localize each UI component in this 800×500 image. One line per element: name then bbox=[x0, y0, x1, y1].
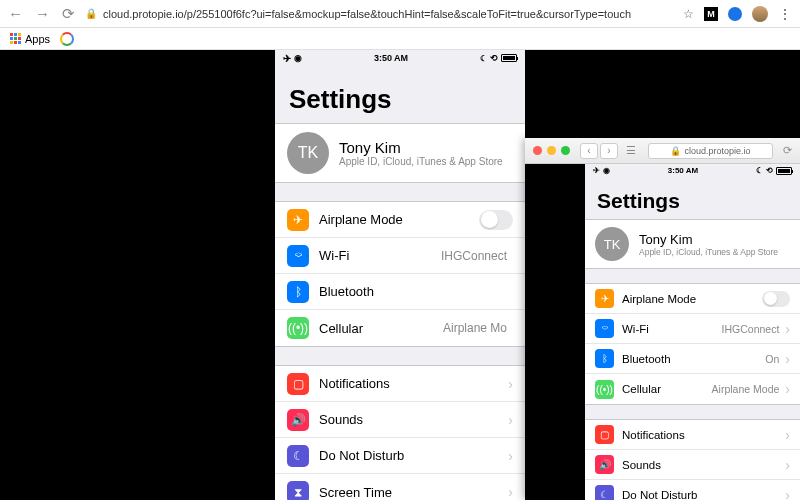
chevron-right-icon: › bbox=[785, 381, 790, 397]
wifi-status-icon: ◉ bbox=[294, 53, 302, 63]
airplane-mode-cell[interactable]: ✈ Airplane Mode bbox=[585, 284, 800, 314]
page-title: Settings bbox=[275, 66, 525, 123]
hourglass-icon: ⧗ bbox=[287, 481, 309, 500]
status-bar: ✈ ◉ 3:50 AM ☾ ⟲ bbox=[275, 50, 525, 66]
chevron-right-icon: › bbox=[508, 484, 513, 500]
sounds-cell[interactable]: 🔊 Sounds › bbox=[585, 450, 800, 480]
airplane-switch[interactable] bbox=[762, 291, 790, 307]
bookmarks-bar: Apps bbox=[0, 28, 800, 50]
sidebar-icon[interactable]: ☰ bbox=[626, 144, 636, 157]
clock: 3:50 AM bbox=[374, 53, 408, 63]
apps-shortcut[interactable]: Apps bbox=[10, 33, 50, 45]
avatar: TK bbox=[595, 227, 629, 261]
wifi-cell[interactable]: ⌔ Wi-Fi IHGConnect › bbox=[585, 314, 800, 344]
wifi-icon: ⌔ bbox=[595, 319, 614, 338]
clock: 3:50 AM bbox=[668, 166, 698, 175]
safari-address-bar[interactable]: 🔒 cloud.protopie.io bbox=[648, 143, 773, 159]
cellular-icon: ((•)) bbox=[595, 380, 614, 399]
apps-grid-icon bbox=[10, 33, 21, 44]
airplane-switch[interactable] bbox=[479, 210, 513, 230]
battery-icon bbox=[776, 167, 792, 175]
profile-name: Tony Kim bbox=[639, 232, 778, 247]
bluetooth-icon: ᛒ bbox=[287, 281, 309, 303]
orientation-lock-icon: ⟲ bbox=[490, 53, 498, 63]
forward-button[interactable]: → bbox=[35, 5, 50, 23]
notifications-icon: ▢ bbox=[595, 425, 614, 444]
avatar: TK bbox=[287, 132, 329, 174]
wifi-cell[interactable]: ⌔ Wi-Fi IHGConnect bbox=[275, 238, 525, 274]
chevron-right-icon: › bbox=[508, 448, 513, 464]
sounds-icon: 🔊 bbox=[595, 455, 614, 474]
phone-letterbox bbox=[525, 164, 585, 500]
airplane-status-icon: ✈ bbox=[593, 166, 600, 175]
back-button[interactable]: ← bbox=[8, 5, 23, 23]
profile-name: Tony Kim bbox=[339, 139, 503, 156]
address-bar[interactable]: 🔒 cloud.protopie.io/p/255100f6fc?ui=fals… bbox=[85, 8, 673, 20]
wifi-status-icon: ◉ bbox=[603, 166, 610, 175]
screentime-cell[interactable]: ⧗ Screen Time › bbox=[275, 474, 525, 500]
airplane-icon: ✈ bbox=[595, 289, 614, 308]
lock-icon: 🔒 bbox=[85, 8, 97, 19]
profile-sub: Apple ID, iCloud, iTunes & App Store bbox=[339, 156, 503, 167]
notifications-cell[interactable]: ▢ Notifications › bbox=[585, 420, 800, 450]
notifications-icon: ▢ bbox=[287, 373, 309, 395]
sounds-icon: 🔊 bbox=[287, 409, 309, 431]
bluetooth-cell[interactable]: ᛒ Bluetooth On › bbox=[585, 344, 800, 374]
status-bar: ✈◉ 3:50 AM ☾⟲ bbox=[585, 164, 800, 177]
safari-forward-button[interactable]: › bbox=[600, 143, 618, 159]
sounds-cell[interactable]: 🔊 Sounds › bbox=[275, 402, 525, 438]
dnd-status-icon: ☾ bbox=[480, 54, 487, 63]
chevron-right-icon: › bbox=[785, 487, 790, 501]
dnd-status-icon: ☾ bbox=[756, 166, 763, 175]
menu-icon[interactable]: ⋮ bbox=[778, 6, 792, 22]
airplane-mode-cell[interactable]: ✈ Airplane Mode bbox=[275, 202, 525, 238]
chevron-right-icon: › bbox=[508, 412, 513, 428]
safari-back-button[interactable]: ‹ bbox=[580, 143, 598, 159]
cellular-icon: ((•)) bbox=[287, 317, 309, 339]
chrome-toolbar: ← → ⟳ 🔒 cloud.protopie.io/p/255100f6fc?u… bbox=[0, 0, 800, 28]
bookmark-star-icon[interactable]: ☆ bbox=[683, 7, 694, 21]
lock-icon: 🔒 bbox=[670, 146, 681, 156]
cellular-cell[interactable]: ((•)) Cellular Airplane Mode › bbox=[585, 374, 800, 404]
profile-sub: Apple ID, iCloud, iTunes & App Store bbox=[639, 247, 778, 257]
moon-icon: ☾ bbox=[287, 445, 309, 467]
chevron-right-icon: › bbox=[785, 351, 790, 367]
chevron-right-icon: › bbox=[785, 457, 790, 473]
window-controls[interactable] bbox=[533, 146, 570, 155]
airplane-icon: ✈ bbox=[287, 209, 309, 231]
chevron-right-icon: › bbox=[785, 427, 790, 443]
profile-cell[interactable]: TK Tony Kim Apple ID, iCloud, iTunes & A… bbox=[585, 220, 800, 268]
notifications-cell[interactable]: ▢ Notifications › bbox=[275, 366, 525, 402]
extension-m-icon[interactable]: M bbox=[704, 7, 718, 21]
bluetooth-cell[interactable]: ᛒ Bluetooth bbox=[275, 274, 525, 310]
safari-window: ‹ › ☰ 🔒 cloud.protopie.io ⟳ ✈◉ 3:50 AM ☾… bbox=[525, 138, 800, 500]
page-title: Settings bbox=[585, 177, 800, 219]
profile-cell[interactable]: TK Tony Kim Apple ID, iCloud, iTunes & A… bbox=[275, 124, 525, 182]
google-icon[interactable] bbox=[60, 32, 74, 46]
dnd-cell[interactable]: ☾ Do Not Disturb › bbox=[275, 438, 525, 474]
chevron-right-icon: › bbox=[508, 376, 513, 392]
reload-button[interactable]: ⟳ bbox=[62, 5, 75, 23]
url-text: cloud.protopie.io/p/255100f6fc?ui=false&… bbox=[103, 8, 631, 20]
page-background: ✈ ◉ 3:50 AM ☾ ⟲ Settings TK Tony Kim App… bbox=[0, 50, 800, 500]
wifi-icon: ⌔ bbox=[287, 245, 309, 267]
profile-avatar[interactable] bbox=[752, 6, 768, 22]
chevron-right-icon: › bbox=[785, 321, 790, 337]
moon-icon: ☾ bbox=[595, 485, 614, 500]
cellular-cell[interactable]: ((•)) Cellular Airplane Mo bbox=[275, 310, 525, 346]
battery-icon bbox=[501, 54, 517, 62]
bluetooth-icon: ᛒ bbox=[595, 349, 614, 368]
phone-preview-small: ✈◉ 3:50 AM ☾⟲ Settings TK Tony Kim Apple… bbox=[585, 164, 800, 500]
orientation-lock-icon: ⟲ bbox=[766, 166, 773, 175]
phone-preview-large: ✈ ◉ 3:50 AM ☾ ⟲ Settings TK Tony Kim App… bbox=[275, 50, 525, 500]
dnd-cell[interactable]: ☾ Do Not Disturb › bbox=[585, 480, 800, 500]
safari-reload-button[interactable]: ⟳ bbox=[783, 144, 792, 157]
extension-blue-icon[interactable] bbox=[728, 7, 742, 21]
airplane-status-icon: ✈ bbox=[283, 53, 291, 64]
safari-toolbar: ‹ › ☰ 🔒 cloud.protopie.io ⟳ bbox=[525, 138, 800, 164]
